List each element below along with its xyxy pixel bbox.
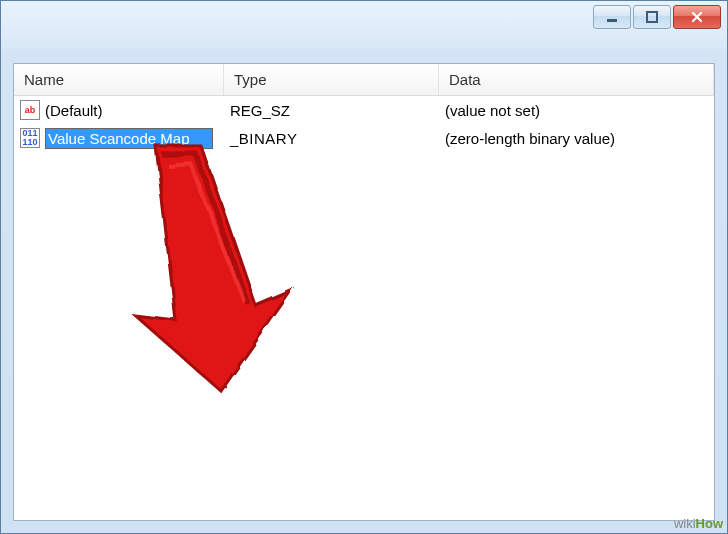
list-header: Name Type Data — [14, 64, 714, 96]
value-name: (Default) — [45, 102, 103, 119]
registry-list: Name Type Data ab (Default) REG_SZ (valu… — [13, 63, 715, 521]
cell-name: ab (Default) — [14, 96, 224, 124]
minimize-icon — [605, 10, 619, 24]
column-header-data[interactable]: Data — [439, 64, 714, 95]
svg-rect-1 — [647, 12, 657, 22]
svg-rect-0 — [607, 19, 617, 22]
reg-binary-icon: 011110 — [20, 128, 40, 148]
list-body: ab (Default) REG_SZ (value not set) 0111… — [14, 96, 714, 152]
reg-sz-icon: ab — [20, 100, 40, 120]
column-header-name[interactable]: Name — [14, 64, 224, 95]
titlebar — [1, 1, 727, 49]
window-frame: Name Type Data ab (Default) REG_SZ (valu… — [0, 0, 728, 534]
maximize-button[interactable] — [633, 5, 671, 29]
cell-data: (zero-length binary value) — [439, 124, 714, 152]
cell-type: REG_SZ — [224, 96, 439, 124]
watermark: wikiHow — [674, 516, 723, 531]
rename-input[interactable]: Value Scancode Map — [45, 128, 213, 149]
cell-name: 011110 Value Scancode Map — [14, 124, 224, 152]
minimize-button[interactable] — [593, 5, 631, 29]
cell-type: _BINARY — [224, 124, 439, 152]
cell-data: (value not set) — [439, 96, 714, 124]
close-button[interactable] — [673, 5, 721, 29]
table-row[interactable]: 011110 Value Scancode Map _BINARY (zero-… — [14, 124, 714, 152]
maximize-icon — [645, 10, 659, 24]
column-header-type[interactable]: Type — [224, 64, 439, 95]
close-icon — [690, 10, 704, 24]
watermark-prefix: wiki — [674, 516, 696, 531]
type-suffix: _BINARY — [230, 130, 297, 147]
table-row[interactable]: ab (Default) REG_SZ (value not set) — [14, 96, 714, 124]
window-controls — [593, 5, 721, 29]
watermark-suffix: How — [696, 516, 723, 531]
